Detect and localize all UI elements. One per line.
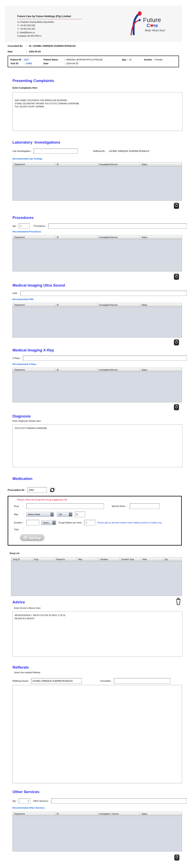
- xray-input[interactable]: [23, 355, 187, 361]
- future-care-swoosh-icon: [128, 11, 142, 36]
- xray-table-body[interactable]: [12, 372, 182, 402]
- drug-input[interactable]: [26, 503, 104, 509]
- uss-table-header: Department ID Investigation/Service Stat…: [12, 303, 182, 307]
- logo-wordmark: Future Cre Body Mind Soul: [143, 11, 165, 32]
- recommended-xray-label: Recommended X-Rays: [12, 363, 187, 366]
- column-header-id: ID: [55, 812, 98, 816]
- way-qty-input[interactable]: [75, 512, 85, 517]
- logo-care-c: C: [147, 23, 150, 28]
- procedures-delete-button[interactable]: [174, 274, 179, 280]
- complaints-textarea[interactable]: SHE COMES YESTERDAY FOR IRREGULAR BLEEDI…: [12, 92, 182, 131]
- visit-date-label: Date: [43, 62, 64, 65]
- column-header-investigation: Investigation/Service: [98, 368, 140, 372]
- trash-icon: [174, 343, 179, 346]
- section-title-xray: Medical Imaging X-Ray: [12, 348, 187, 353]
- procedures-qty-input[interactable]: [19, 223, 30, 228]
- column-header-drug-id: Drug ID: [11, 557, 32, 561]
- duration-unit-select[interactable]: Day/s▼: [41, 520, 56, 525]
- special-notes-input[interactable]: [130, 503, 159, 509]
- section-title-advice: Advice: [12, 599, 25, 605]
- advice-delete-button[interactable]: [175, 597, 182, 606]
- total-label: Total: [14, 528, 23, 531]
- referral-list-box[interactable]: [12, 685, 182, 783]
- drug-list-table: Drug ID Drug Fequency Way Duration Durat…: [11, 557, 182, 596]
- column-header-investigation: Investigation/Service: [98, 303, 140, 307]
- chevron-down-icon: ▼: [52, 521, 55, 524]
- patient-info-row-1: Patient ID : 1117 Patient Name : ANISSA …: [10, 58, 176, 61]
- advice-textarea[interactable]: MICROGGENON 1 TAB PO OD FOR 30 DAYS. 6 C…: [12, 611, 182, 657]
- colon: :: [126, 58, 129, 61]
- lab-table-body[interactable]: [12, 166, 182, 200]
- frequency-select[interactable]: OD▼: [57, 512, 73, 517]
- patient-name-field: Patient Name : ANISSA LATIPHA PHYLIS PHI…: [43, 58, 122, 61]
- xray-table: Department ID Investigation/Service Stat…: [12, 368, 182, 402]
- add-drug-button[interactable]: Add Drug: [20, 534, 44, 541]
- per-meal-hint: Please add as decimal numbers when addin…: [97, 521, 181, 524]
- consultation-form-page: Future Care by Future Holdings (Pty) Lim…: [0, 6, 187, 866]
- diagnosis-textarea[interactable]: POLYCYST OVARIAN SYNDROME: [12, 425, 182, 467]
- patient-name-value: ANISSA LATIPHA PHYLIS PHILOE: [66, 58, 103, 61]
- advice-header-row: Advice: [0, 599, 187, 606]
- date-label: Date: [8, 50, 26, 54]
- uss-input[interactable]: [20, 290, 187, 296]
- lab-investigation-row: Lab Investingation : Reffered By : LEONE…: [12, 148, 187, 154]
- uss-delete-button[interactable]: [174, 339, 179, 346]
- age-label: Age: [122, 58, 126, 61]
- column-header-id: ID: [55, 162, 98, 166]
- other-services-delete-button[interactable]: [174, 854, 180, 861]
- other-services-input[interactable]: [51, 798, 187, 804]
- duration-input[interactable]: [26, 520, 39, 525]
- column-header-status: Status: [140, 368, 182, 372]
- xray-label: X-Rays :: [12, 357, 21, 359]
- chevron-down-icon: ▼: [50, 513, 53, 516]
- column-header-note: Note: [141, 557, 163, 561]
- colon: :: [152, 58, 155, 61]
- column-header-frequency: Fequency: [54, 557, 77, 561]
- other-services-qty-input[interactable]: [19, 798, 30, 804]
- visit-id-value: 12451: [26, 62, 32, 65]
- diagnosis-label: Enter Diagnosis Details Here: [12, 420, 187, 423]
- procedures-qty-label: Qty :: [12, 225, 17, 227]
- section-title-laboratory: Laboratory Investigations: [12, 140, 187, 145]
- trash-icon: [174, 858, 180, 861]
- procedures-input[interactable]: [48, 223, 187, 228]
- drug-entry-panel: Please select the Drug from Drug suggess…: [8, 496, 182, 546]
- prescription-id-input[interactable]: [28, 487, 47, 493]
- column-header-duration: Duration: [99, 557, 120, 561]
- other-services-table-body[interactable]: [12, 816, 182, 851]
- referring-doctor-label: Reffering Doctor: [12, 680, 29, 682]
- colon: :: [64, 62, 66, 65]
- xray-entry-row: X-Rays :: [12, 355, 187, 361]
- consultant-input[interactable]: [114, 678, 171, 684]
- per-meal-input[interactable]: [84, 520, 95, 525]
- uss-entry-row: USS :: [12, 290, 187, 296]
- referring-doctor-input[interactable]: [31, 678, 82, 684]
- drug-row: Drug : Special Notes :: [14, 503, 181, 509]
- lab-delete-button[interactable]: [174, 203, 179, 209]
- section-title-other-services: Other Services: [12, 789, 187, 795]
- procedures-table-body[interactable]: [12, 239, 182, 272]
- lab-table-header: Department ID Investigation/Service Stat…: [12, 162, 182, 166]
- duration-label: Duration :: [14, 521, 26, 524]
- column-header-duration-type: Duration Type: [120, 557, 141, 561]
- other-services-delete-row: [0, 854, 182, 861]
- company-name: Future Care by Future Holdings (Pty) Lim…: [17, 14, 82, 19]
- refresh-icon: [49, 491, 55, 494]
- lab-investigation-input[interactable]: [34, 148, 78, 154]
- uss-table-body[interactable]: [12, 307, 182, 338]
- uss-label: USS :: [12, 292, 18, 294]
- column-header-way: Way: [77, 557, 99, 561]
- column-header-status: Status: [140, 236, 182, 239]
- referral-entry-row: Reffering Doctor Consultant: [12, 678, 187, 684]
- xray-delete-button[interactable]: [174, 404, 179, 410]
- frequency-value: OD: [59, 513, 62, 516]
- gender-field: Gender : Female: [144, 58, 176, 61]
- colon: :: [23, 505, 26, 507]
- refresh-prescription-button[interactable]: [49, 487, 55, 493]
- drug-list-body[interactable]: [11, 561, 182, 596]
- meal-timing-select[interactable]: Before Meal▼: [26, 512, 54, 517]
- referred-by-label: Reffered By :: [93, 150, 106, 152]
- colon: :: [26, 50, 29, 54]
- column-header-investigation: Investigation/Service: [98, 162, 140, 166]
- prescription-id-label: Prescription ID :: [8, 489, 26, 491]
